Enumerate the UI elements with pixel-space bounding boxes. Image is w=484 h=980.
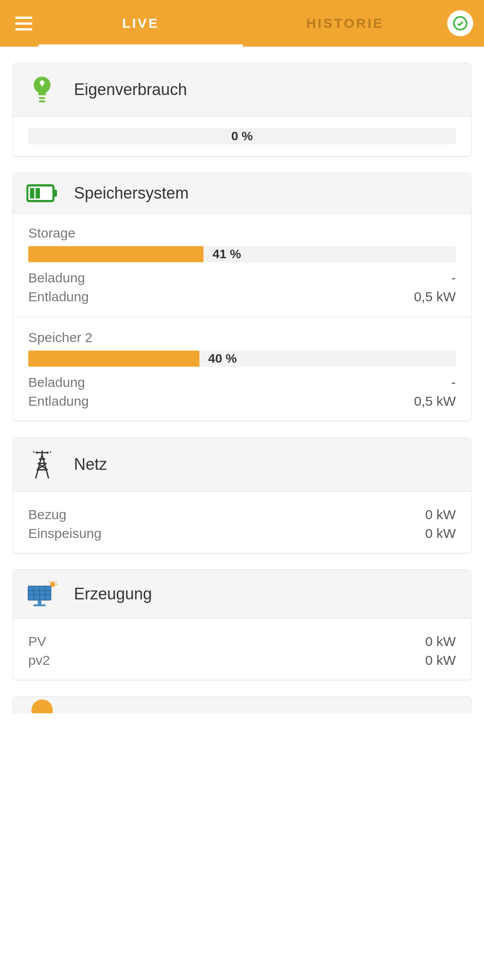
- value: 0 kW: [425, 634, 456, 649]
- value: 0 kW: [425, 507, 456, 522]
- card-netz: Netz Bezug 0 kW Einspeisung 0 kW: [13, 437, 471, 553]
- menu-icon-bar: [15, 28, 32, 30]
- consumption-icon: [26, 698, 58, 714]
- row-beladung: Beladung -: [28, 375, 456, 390]
- progress-fill: [28, 246, 203, 262]
- svg-rect-1: [39, 97, 46, 99]
- row-einspeisung: Einspeisung 0 kW: [28, 526, 456, 541]
- menu-button[interactable]: [15, 12, 39, 35]
- check-circle-icon: [453, 16, 468, 31]
- card-header: Erzeugung: [13, 570, 471, 619]
- card-header: Netz: [13, 438, 471, 492]
- tabs: LIVE HISTORIE: [39, 0, 447, 47]
- storage-item: Storage 41 % Beladung - Entladung 0,5 kW: [28, 225, 456, 304]
- grid-tower-icon: [26, 448, 58, 481]
- progress-bar-storage: 40 %: [28, 351, 456, 367]
- svg-rect-2: [39, 100, 46, 102]
- solar-panel-icon: [26, 581, 58, 607]
- card-body: 0 %: [13, 117, 471, 156]
- battery-icon: [26, 184, 58, 203]
- label: Beladung: [28, 270, 85, 286]
- card-title: Erzeugung: [74, 585, 152, 603]
- svg-rect-6: [35, 188, 40, 198]
- row-entladung: Entladung 0,5 kW: [28, 394, 456, 409]
- value: -: [451, 375, 456, 390]
- storage-name: Storage: [28, 225, 456, 241]
- storage-item: Speicher 2 40 % Beladung - Entladung 0,5…: [28, 330, 456, 409]
- row-pv: PV 0 kW: [28, 634, 456, 649]
- label: Entladung: [28, 289, 89, 304]
- progress-text: 41 %: [212, 247, 241, 261]
- storage-name: Speicher 2: [28, 330, 456, 345]
- app-header: LIVE HISTORIE: [0, 0, 484, 47]
- progress-bar-eigenverbrauch: 0 %: [28, 128, 456, 144]
- label: Beladung: [28, 375, 85, 390]
- tab-live[interactable]: LIVE: [39, 0, 243, 47]
- card-eigenverbrauch: Eigenverbrauch 0 %: [13, 63, 471, 156]
- progress-bar-storage: 41 %: [28, 246, 456, 262]
- value: -: [451, 270, 456, 286]
- lightbulb-icon: [26, 74, 58, 105]
- card-title: Netz: [74, 455, 107, 474]
- row-beladung: Beladung -: [28, 270, 456, 286]
- progress-fill: [28, 351, 199, 367]
- card-header: Speichersystem: [13, 173, 471, 214]
- card-body: Storage 41 % Beladung - Entladung 0,5 kW…: [13, 214, 471, 421]
- label: Einspeisung: [28, 526, 101, 541]
- menu-icon-bar: [15, 22, 32, 25]
- menu-icon-bar: [15, 17, 32, 19]
- tab-historie[interactable]: HISTORIE: [243, 0, 447, 47]
- svg-rect-9: [38, 600, 41, 605]
- label: pv2: [28, 653, 50, 668]
- svg-rect-4: [54, 190, 57, 197]
- card-header: Eigenverbrauch: [13, 63, 471, 117]
- card-title: Eigenverbrauch: [74, 80, 187, 99]
- value: 0,5 kW: [414, 394, 456, 409]
- svg-rect-5: [30, 188, 35, 198]
- svg-rect-10: [34, 604, 46, 606]
- card-header: [13, 697, 471, 713]
- content: Eigenverbrauch 0 % Speichersystem: [0, 47, 484, 713]
- card-speichersystem: Speichersystem Storage 41 % Beladung - E…: [13, 173, 471, 421]
- value: 0,5 kW: [414, 289, 456, 304]
- progress-text: 0 %: [231, 129, 253, 143]
- label: Bezug: [28, 507, 66, 522]
- card-body: Bezug 0 kW Einspeisung 0 kW: [13, 492, 471, 553]
- progress-text: 40 %: [208, 351, 237, 366]
- label: Entladung: [28, 394, 89, 409]
- row-entladung: Entladung 0,5 kW: [28, 289, 456, 304]
- status-indicator[interactable]: [447, 10, 473, 36]
- divider: [13, 317, 471, 317]
- card-body: PV 0 kW pv2 0 kW: [13, 619, 471, 680]
- row-bezug: Bezug 0 kW: [28, 507, 456, 522]
- value: 0 kW: [425, 526, 456, 541]
- value: 0 kW: [425, 653, 456, 668]
- card-title: Speichersystem: [74, 184, 189, 203]
- label: PV: [28, 634, 46, 649]
- row-pv2: pv2 0 kW: [28, 653, 456, 668]
- card-partial: [13, 696, 471, 713]
- svg-point-11: [31, 699, 53, 713]
- card-erzeugung: Erzeugung PV 0 kW pv2 0 kW: [13, 569, 471, 680]
